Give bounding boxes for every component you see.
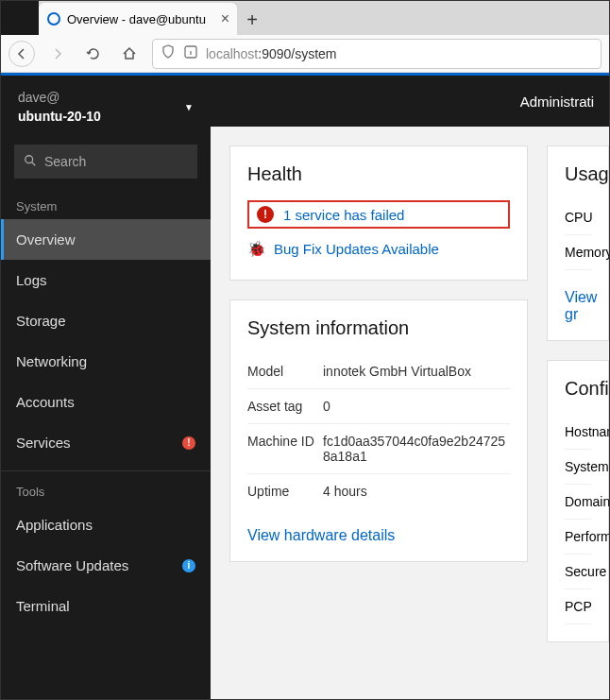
forward-button[interactable] xyxy=(44,41,71,67)
url-bar[interactable]: localhost:9090/system xyxy=(152,39,602,69)
sysinfo-row: Machine IDfc1d0aa357044c0fa9e2b247258a18… xyxy=(247,424,510,474)
search-input[interactable]: Search xyxy=(14,145,197,179)
nav-software-updates[interactable]: Software Updatesi xyxy=(1,545,211,586)
svg-point-0 xyxy=(48,13,59,25)
nav-accounts[interactable]: Accounts xyxy=(1,382,211,422)
cockpit-favicon-icon xyxy=(46,11,61,26)
back-button[interactable] xyxy=(8,41,35,67)
config-card: Confi Hostnam System Domain Perform prof… xyxy=(547,360,609,642)
usage-card: Usage CPU Memory View gr xyxy=(547,145,609,341)
usage-memory: Memory xyxy=(565,235,591,270)
browser-tab-strip: Overview - dave@ubuntu × + xyxy=(1,1,609,35)
topbar: Administrati xyxy=(211,73,609,127)
config-row: Hostnam xyxy=(565,415,591,450)
nav-section-system: System xyxy=(1,194,211,219)
health-title: Health xyxy=(247,163,510,185)
reload-button[interactable] xyxy=(80,41,107,67)
host-name: ubuntu-20-10 xyxy=(18,108,101,127)
nav-terminal[interactable]: Terminal xyxy=(1,586,211,626)
caret-down-icon: ▼ xyxy=(184,102,194,112)
nav-storage[interactable]: Storage xyxy=(1,300,211,341)
health-failed-services[interactable]: ! 1 service has failed xyxy=(247,200,510,229)
search-icon xyxy=(24,154,37,170)
config-row: System xyxy=(565,450,591,485)
health-updates[interactable]: 🐞 Bug Fix Updates Available xyxy=(247,234,510,263)
home-button[interactable] xyxy=(116,41,143,67)
nav-services[interactable]: Services! xyxy=(1,422,211,463)
browser-toolbar: localhost:9090/system xyxy=(1,35,609,73)
sysinfo-row: Modelinnotek GmbH VirtualBox xyxy=(247,354,510,389)
config-row: Domain xyxy=(565,485,591,520)
usage-title: Usage xyxy=(565,163,591,185)
nav-applications[interactable]: Applications xyxy=(1,504,211,545)
new-tab-button[interactable]: + xyxy=(237,5,267,35)
config-row: PCP xyxy=(565,589,591,624)
url-text: localhost:9090/system xyxy=(206,46,337,61)
health-card: Health ! 1 service has failed 🐞 Bug Fix … xyxy=(229,145,528,281)
config-row: Secure S xyxy=(565,555,591,589)
nav-logs[interactable]: Logs xyxy=(1,260,211,300)
config-title: Confi xyxy=(565,378,591,400)
info-badge-icon: i xyxy=(182,559,195,572)
health-failed-link: 1 service has failed xyxy=(283,207,404,223)
browser-tab-active[interactable]: Overview - dave@ubuntu × xyxy=(39,3,237,35)
sysinfo-row: Asset tag0 xyxy=(247,389,510,424)
shield-icon[interactable] xyxy=(161,44,176,62)
hardware-details-link[interactable]: View hardware details xyxy=(247,527,510,544)
search-placeholder: Search xyxy=(44,154,86,169)
host-selector[interactable]: dave@ ubuntu-20-10 ▼ xyxy=(1,76,211,139)
topbar-right[interactable]: Administrati xyxy=(520,94,594,110)
sysinfo-card: System information Modelinnotek GmbH Vir… xyxy=(229,299,528,562)
tab-spacer xyxy=(1,1,39,35)
nav-overview[interactable]: Overview xyxy=(1,219,211,260)
nav-divider xyxy=(1,470,211,471)
usage-link[interactable]: View gr xyxy=(565,289,591,323)
tab-close-icon[interactable]: × xyxy=(221,10,229,27)
alert-icon: ! xyxy=(257,206,274,223)
sysinfo-title: System information xyxy=(247,317,510,339)
svg-point-4 xyxy=(25,155,33,162)
health-updates-link: Bug Fix Updates Available xyxy=(274,241,439,257)
sysinfo-row: Uptime4 hours xyxy=(247,474,510,508)
config-row: Perform profile xyxy=(565,520,591,555)
nav-networking[interactable]: Networking xyxy=(1,341,211,382)
host-user: dave@ xyxy=(18,89,101,108)
svg-line-5 xyxy=(32,162,36,165)
bug-icon: 🐞 xyxy=(247,240,264,257)
alert-badge-icon: ! xyxy=(182,436,195,450)
tab-title: Overview - dave@ubuntu xyxy=(67,12,206,26)
nav-section-tools: Tools xyxy=(1,479,211,504)
info-icon[interactable] xyxy=(183,44,198,62)
sidebar: dave@ ubuntu-20-10 ▼ Search System Overv… xyxy=(1,73,211,700)
usage-cpu: CPU xyxy=(565,200,591,235)
